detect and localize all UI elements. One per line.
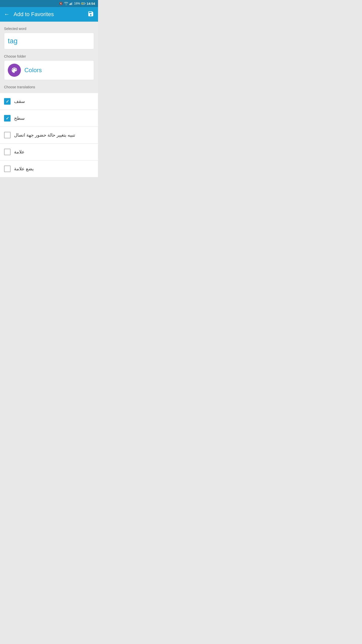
translation-text-3: علامة <box>14 149 25 155</box>
battery-icon: ⚡ <box>81 2 85 5</box>
translation-text-1: سطح <box>14 115 25 121</box>
translations-list: سقف سطح تنبيه بتغيير حالة حضور جهة اتصال… <box>0 93 98 177</box>
translation-item-0[interactable]: سقف <box>0 93 98 110</box>
status-bar: 🔇 16% ⚡ 14:54 <box>0 0 98 7</box>
svg-rect-1 <box>70 3 71 5</box>
selected-word-label: Selected word <box>4 27 94 31</box>
mute-icon: 🔇 <box>59 2 63 5</box>
svg-rect-2 <box>71 3 71 5</box>
main-content: Selected word tag Choose folder Colors C… <box>0 22 98 93</box>
choose-folder-label: Choose folder <box>4 54 94 58</box>
svg-text:⚡: ⚡ <box>82 3 84 5</box>
save-button[interactable] <box>87 11 94 18</box>
folder-name: Colors <box>24 67 42 74</box>
page-title: Add to Favorites <box>14 11 54 18</box>
app-bar-left: ← Add to Favorites <box>4 11 54 18</box>
svg-rect-6 <box>82 3 82 4</box>
back-button[interactable]: ← <box>4 11 10 18</box>
svg-rect-5 <box>85 3 85 4</box>
translation-text-4: يضع علامة <box>14 166 34 172</box>
svg-rect-0 <box>69 4 70 5</box>
wifi-icon <box>64 2 68 5</box>
folder-icon-circle <box>8 64 21 77</box>
clock: 14:54 <box>87 2 95 6</box>
translation-text-2: تنبيه بتغيير حالة حضور جهة اتصال <box>14 132 75 138</box>
translation-item-4[interactable]: يضع علامة <box>0 160 98 177</box>
folder-selector[interactable]: Colors <box>4 60 94 80</box>
translation-text-0: سقف <box>14 99 25 104</box>
translation-checkbox-2[interactable] <box>4 132 11 138</box>
choose-translations-label: Choose translations <box>4 85 94 93</box>
translation-item-1[interactable]: سطح <box>0 110 98 127</box>
translation-checkbox-0[interactable] <box>4 98 11 105</box>
app-bar: ← Add to Favorites <box>0 7 98 22</box>
translation-item-3[interactable]: علامة <box>0 144 98 160</box>
svg-rect-3 <box>72 2 72 5</box>
status-icons: 🔇 16% ⚡ 14:54 <box>59 2 95 6</box>
selected-word-box: tag <box>4 33 94 49</box>
translation-checkbox-3[interactable] <box>4 149 11 155</box>
battery-percent: 16% <box>74 2 80 5</box>
selected-word-value: tag <box>8 37 18 45</box>
palette-icon <box>11 67 18 74</box>
translation-item-2[interactable]: تنبيه بتغيير حالة حضور جهة اتصال <box>0 127 98 144</box>
signal-icon <box>69 2 73 5</box>
translation-checkbox-4[interactable] <box>4 166 11 172</box>
translation-checkbox-1[interactable] <box>4 115 11 122</box>
